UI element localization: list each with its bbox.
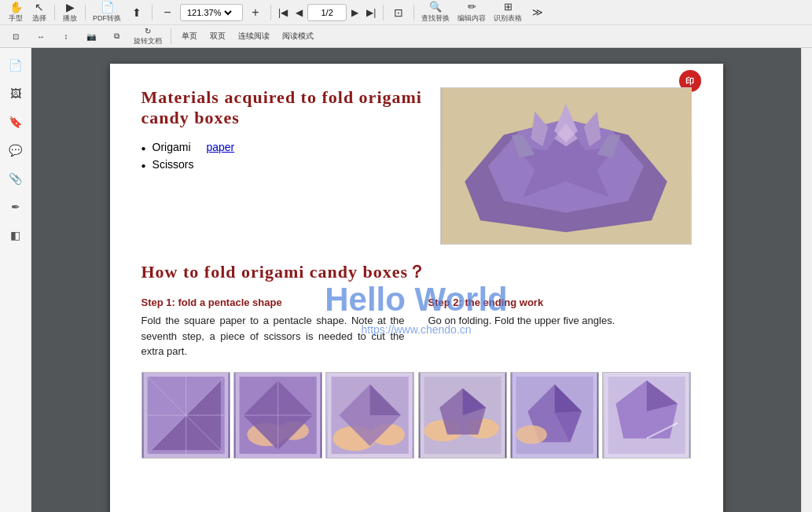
right-image-strip [418, 372, 692, 459]
prev-page-button[interactable]: ◀ [292, 6, 306, 20]
select-label: 选择 [32, 13, 46, 24]
edit-icon: ✏ [468, 1, 476, 13]
read-mode-btn[interactable]: 阅读模式 [277, 29, 318, 43]
pdf-convert-button[interactable]: 📄 PDF转换 [90, 0, 124, 25]
hand-label: 手型 [9, 13, 23, 24]
fit-page-btn2[interactable]: ↔ [30, 31, 52, 42]
last-page-button[interactable]: ▶| [363, 6, 379, 20]
sidebar-comment-icon[interactable]: 💬 [5, 139, 27, 161]
step2-body: Go on folding. Fold the upper five angle… [428, 313, 692, 329]
edit-content-label: 编辑内容 [457, 13, 486, 24]
toolbar: ✋ 手型 ↖ 选择 ▶ 播放 📄 PDF转换 ⬆ − 121.37 [0, 0, 812, 48]
right-scrollbar-area [801, 48, 812, 512]
pdf-page: Hello World https://www.chendo.cn 印 Mate… [110, 64, 723, 512]
row2-sep1 [171, 28, 171, 44]
separator3 [152, 5, 152, 20]
edit-content-button[interactable]: ✏ 编辑内容 [454, 0, 489, 25]
materials-section: Materials acquired to fold origami candy… [141, 87, 692, 245]
fit-page-icon: ⊡ [394, 6, 403, 19]
more-icon: ≫ [532, 6, 543, 18]
sidebar-layers-icon[interactable]: ◧ [5, 224, 27, 246]
select-tool-button[interactable]: ↖ 选择 [28, 0, 50, 25]
fit-width-icon: ↕ [64, 32, 68, 41]
sidebar-clip-icon[interactable]: 📎 [5, 168, 27, 190]
sidebar-thumbnail-icon[interactable]: 🖼 [5, 83, 27, 105]
thumb4-svg [419, 373, 506, 458]
step-thumb3 [325, 372, 414, 459]
play-icon: ▶ [66, 2, 75, 13]
sidebar-page-icon[interactable]: 📄 [5, 54, 27, 76]
svg-point-41 [516, 425, 546, 444]
separator1 [54, 5, 55, 20]
paper-link[interactable]: paper [206, 141, 234, 153]
zoom-in-button[interactable]: + [244, 4, 266, 21]
step2-heading: Step 2: the ending work [428, 297, 692, 308]
step-images-row [141, 372, 692, 459]
zoom-out-button[interactable]: − [156, 4, 178, 21]
snapshot-button[interactable]: 📷 [80, 31, 102, 42]
first-page-button[interactable]: |◀ [275, 6, 291, 20]
step-thumb4 [418, 372, 507, 459]
continuous-read-btn[interactable]: 连续阅读 [233, 29, 274, 43]
step-thumb1 [141, 372, 230, 459]
toolbar-row2: ⊡ ↔ ↕ 📷 ⧉ ↻ 旋转文档 单页 双页 连续阅读 阅读模式 [0, 25, 812, 47]
rotate-icon: ↻ [145, 27, 151, 35]
double-page-btn[interactable]: 双页 [205, 29, 230, 43]
cursor-icon: ↖ [35, 2, 44, 13]
materials-title: Materials acquired to fold origami candy… [141, 87, 424, 128]
next-page-button[interactable]: ▶ [348, 6, 362, 20]
separator6 [413, 5, 414, 20]
content-area[interactable]: Hello World https://www.chendo.cn 印 Mate… [31, 48, 801, 512]
fit-page-icon2: ↔ [37, 32, 45, 41]
zoom-selector[interactable]: 121.37% 50% 75% 100% 150% 200% [180, 4, 243, 21]
export-icon: ⬆ [132, 7, 141, 18]
play-button[interactable]: ▶ 播放 [59, 0, 81, 25]
separator5 [383, 5, 384, 20]
rotate-button[interactable]: ↻ 旋转文档 [130, 25, 165, 48]
left-sidebar: 📄 🖼 🔖 💬 📎 ✒ ◧ [0, 48, 31, 512]
more-tools-button[interactable]: ≫ [527, 5, 549, 20]
step-thumb6 [602, 372, 691, 459]
toolbar-row1: ✋ 手型 ↖ 选择 ▶ 播放 📄 PDF转换 ⬆ − 121.37 [0, 0, 812, 25]
thumb1-svg [142, 373, 230, 458]
origami-svg [441, 88, 691, 244]
page-navigation: |◀ ◀ ▶ ▶| [275, 4, 379, 21]
hand-tool-button[interactable]: ✋ 手型 [5, 0, 27, 25]
identify-form-button[interactable]: ⊞ 识别表格 [491, 0, 525, 25]
thumb2-svg [234, 373, 321, 458]
materials-list: Origami paper Scissors [141, 141, 424, 171]
separator2 [85, 5, 86, 20]
step-thumb5 [510, 372, 599, 459]
copy-icon: ⧉ [114, 31, 119, 41]
scissors-text: Scissors [152, 158, 194, 171]
zoom-select[interactable]: 121.37% 50% 75% 100% 150% 200% [184, 7, 234, 18]
separator4 [270, 5, 271, 20]
fit-page-button[interactable]: ⊡ [388, 5, 410, 20]
find-replace-button[interactable]: 🔍 查找替换 [418, 0, 453, 25]
step-thumb2 [233, 372, 322, 459]
single-page-btn[interactable]: 单页 [177, 29, 202, 43]
rotate-label: 旋转文档 [134, 36, 162, 46]
step2-col: Step 2: the ending work Go on folding. F… [428, 297, 692, 359]
materials-left-col: Materials acquired to fold origami candy… [141, 87, 424, 245]
origami-image [440, 87, 692, 245]
identify-form-label: 识别表格 [494, 13, 522, 24]
thumb6-svg [603, 373, 690, 458]
hand-icon: ✋ [9, 2, 23, 13]
fit-width-button[interactable]: ↕ [55, 31, 77, 42]
pdf-convert-label: PDF转换 [93, 13, 121, 24]
sidebar-bookmark-icon[interactable]: 🔖 [5, 111, 27, 133]
hand-select-group: ✋ 手型 ↖ 选择 [5, 0, 50, 25]
thumb3-svg [326, 373, 413, 458]
step1-col: Step 1: fold a pentacle shape Fold the s… [141, 297, 405, 359]
fit-window-button[interactable]: ⊡ [5, 31, 27, 42]
table-icon: ⊞ [504, 1, 513, 13]
export-button[interactable]: ⬆ [126, 6, 148, 20]
sidebar-pen-icon[interactable]: ✒ [5, 196, 27, 218]
page-number-input[interactable] [307, 4, 347, 21]
copy-button[interactable]: ⧉ [105, 30, 127, 42]
steps-row: Step 1: fold a pentacle shape Fold the s… [141, 297, 692, 359]
find-replace-label: 查找替换 [421, 13, 450, 24]
main-area: 📄 🖼 🔖 💬 📎 ✒ ◧ Hello World https://www.ch… [0, 48, 812, 512]
how-to-section: How to fold origami candy boxes？ Step 1:… [141, 260, 692, 459]
